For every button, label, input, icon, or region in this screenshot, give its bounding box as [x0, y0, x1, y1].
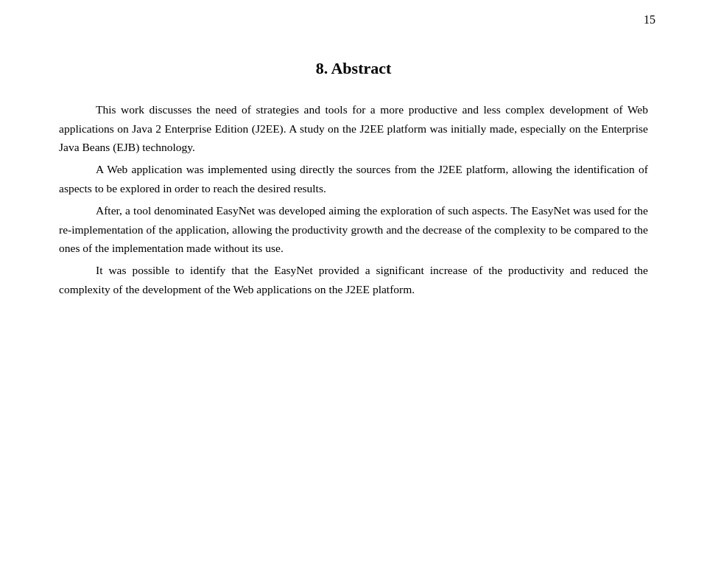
paragraph-4: It was possible to identify that the Eas… [59, 261, 648, 298]
paragraph-1: This work discusses the need of strategi… [59, 100, 648, 157]
abstract-body: This work discusses the need of strategi… [59, 100, 648, 299]
paragraph-2: A Web application was implemented using … [59, 160, 648, 197]
paragraph-3: After, a tool denominated EasyNet was de… [59, 201, 648, 258]
main-content: 8. Abstract This work discusses the need… [59, 59, 648, 299]
page: 15 8. Abstract This work discusses the n… [0, 0, 707, 588]
chapter-heading: 8. Abstract [59, 59, 648, 78]
page-number: 15 [644, 13, 655, 27]
